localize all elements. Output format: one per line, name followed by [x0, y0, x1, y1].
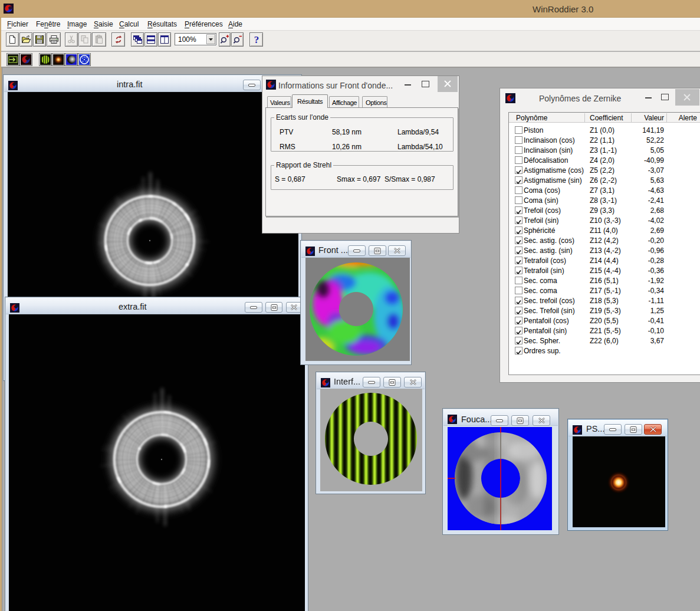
svg-text:?: ? [254, 34, 259, 45]
